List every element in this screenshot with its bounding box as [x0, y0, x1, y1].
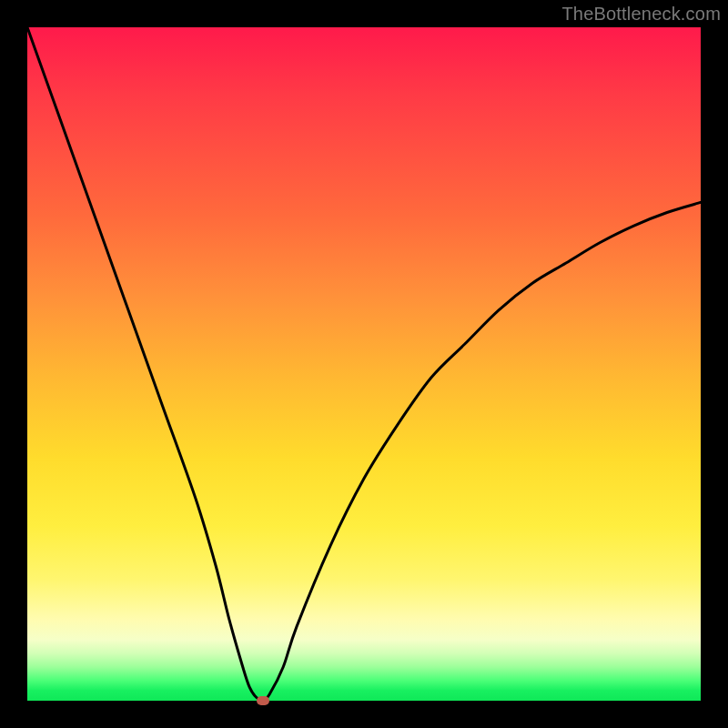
- plot-area: [27, 27, 701, 701]
- bottleneck-curve: [27, 27, 701, 701]
- minimum-marker: [257, 696, 269, 705]
- curve-svg: [27, 27, 701, 701]
- watermark-text: TheBottleneck.com: [561, 4, 721, 25]
- chart-frame: TheBottleneck.com: [0, 0, 728, 728]
